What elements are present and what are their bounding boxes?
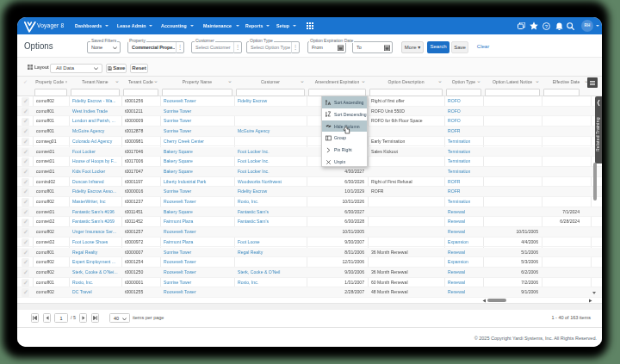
svg-text:?: ?	[545, 23, 549, 28]
